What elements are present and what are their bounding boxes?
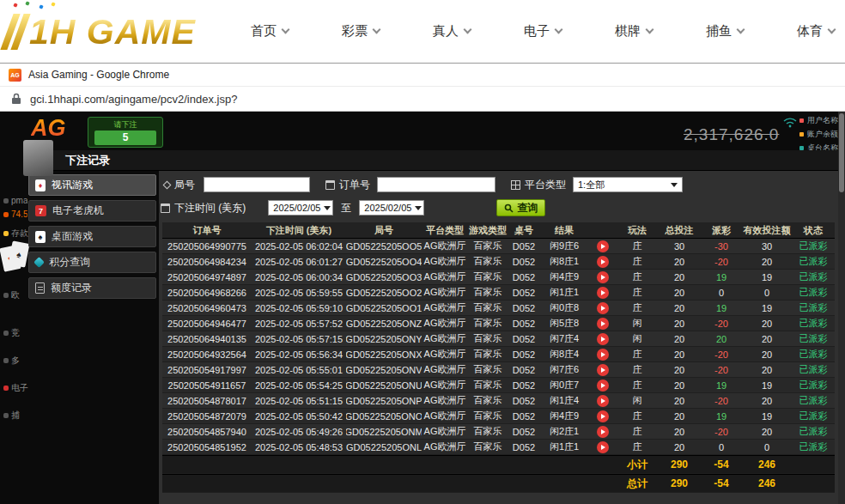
- cell-order-no: 250205054857940: [162, 424, 252, 439]
- scrollbar[interactable]: [838, 112, 845, 504]
- cell-status: 已派彩: [793, 254, 834, 269]
- url-text[interactable]: gci.1hhapi.com/agingame/pcv2/index.jsp?: [30, 93, 237, 106]
- cell-play: 闲: [617, 316, 657, 331]
- confetti-icon: [51, 2, 55, 6]
- cell-bet-time: 2025-02-05 05:56:34: [252, 347, 346, 361]
- sidebar-item-table-games[interactable]: 桌面游戏: [28, 226, 156, 247]
- round-no-input[interactable]: [204, 178, 309, 191]
- nav-item[interactable]: 彩票: [342, 23, 380, 39]
- cell-play: 庄: [617, 347, 657, 361]
- bg-item-europe: 欧: [3, 289, 20, 301]
- header-total-bet: 总投注: [657, 222, 702, 238]
- nav-item-label: 体育: [797, 23, 823, 39]
- replay-button[interactable]: [597, 410, 609, 422]
- cell-round-no: GD05225205ONO: [346, 409, 422, 423]
- cell-order-no: 250205064990775: [162, 239, 252, 253]
- nav-item[interactable]: 棋牌: [615, 23, 653, 39]
- header-payout: 派彩: [702, 222, 741, 238]
- lock-icon: [11, 93, 21, 105]
- cell-bet-time: 2025-02-05 05:59:55: [252, 285, 346, 300]
- cell-status: 已派彩: [793, 409, 834, 423]
- cell-game-type: 百家乐: [468, 285, 508, 300]
- cell-payout: -20: [702, 424, 741, 439]
- replay-button[interactable]: [597, 287, 609, 299]
- subtotal-table-no: [508, 456, 540, 473]
- grand-total-play: 总计: [617, 475, 657, 492]
- nav-item[interactable]: 首页: [251, 23, 289, 39]
- bg-item-compete: 竞: [3, 327, 20, 339]
- site-logo[interactable]: 1H GAME: [7, 7, 196, 57]
- order-icon: [325, 180, 335, 190]
- sidebar-item-slots[interactable]: 电子老虎机: [28, 200, 156, 222]
- nav-item[interactable]: 捕鱼: [706, 23, 744, 39]
- replay-button[interactable]: [597, 349, 609, 361]
- nav-item[interactable]: 电子: [524, 23, 562, 39]
- grand-total-bet-time: [252, 475, 346, 492]
- cell-round-no: GD05225205OO5: [346, 239, 422, 253]
- replay-button[interactable]: [597, 318, 609, 330]
- date-to-select[interactable]: 2025/02/05: [359, 200, 424, 216]
- calendar-icon: [161, 203, 170, 213]
- order-no-input[interactable]: [378, 178, 495, 191]
- cell-order-no: 250205064932564: [162, 347, 252, 361]
- nav-item[interactable]: 体育: [797, 23, 835, 39]
- logo-text: 1H GAME: [29, 12, 196, 52]
- cell-total-bet: 20: [657, 347, 702, 361]
- cell-play: 庄: [617, 270, 657, 284]
- replay-button[interactable]: [597, 380, 609, 392]
- cell-payout: 0: [702, 285, 741, 300]
- sidebar-item-quota-records[interactable]: 额度记录: [28, 277, 156, 299]
- cell-status: 已派彩: [793, 301, 834, 315]
- replay-button[interactable]: [597, 333, 609, 345]
- nav-item-label: 棋牌: [615, 23, 641, 39]
- chevron-down-icon: [828, 26, 836, 34]
- subtotal-round-no: [346, 456, 422, 473]
- table-row: 2502050548519522025-02-05 05:48:53GD0522…: [162, 440, 835, 455]
- date-from-select[interactable]: 2025/02/05: [268, 200, 333, 216]
- replay-button[interactable]: [597, 395, 609, 407]
- cell-status: 已派彩: [793, 362, 834, 377]
- cell-valid-bet: 30: [741, 239, 793, 253]
- grand-total-platform: [422, 475, 468, 492]
- sidebar-item-video-games[interactable]: 视讯游戏: [28, 174, 156, 196]
- cell-table-no: D052: [508, 331, 540, 346]
- replay-button[interactable]: [597, 271, 609, 283]
- replay-button[interactable]: [597, 240, 609, 252]
- nav-item[interactable]: 真人: [433, 23, 471, 39]
- bg-item-rate: 74.5: [3, 209, 27, 219]
- platform-select[interactable]: 1:全部: [573, 177, 683, 192]
- replay-button[interactable]: [597, 441, 609, 453]
- platform-type-label-wrap: 平台类型: [511, 178, 566, 192]
- doc-icon: [35, 282, 45, 294]
- caret-down-icon: [324, 206, 331, 210]
- cell-total-bet: 20: [657, 378, 702, 392]
- chevron-down-icon: [646, 26, 654, 34]
- cell-game-type: 百家乐: [468, 347, 508, 361]
- play-icon: [601, 290, 605, 295]
- nav-item-label: 首页: [251, 23, 277, 39]
- cell-result: 闲0庄8: [540, 301, 588, 315]
- cell-total-bet: 30: [657, 239, 702, 253]
- round-no-input-wrap: [204, 177, 310, 192]
- replay-button[interactable]: [597, 302, 609, 314]
- cell-replay: [588, 316, 617, 331]
- search-button-label: 查询: [517, 201, 538, 216]
- cell-platform: AG欧洲厅: [422, 270, 468, 284]
- cell-status: 已派彩: [793, 316, 834, 331]
- search-button[interactable]: 查询: [496, 199, 545, 216]
- cell-result: 闲8庄1: [540, 254, 588, 269]
- chrome-addressbar[interactable]: gci.1hhapi.com/agingame/pcv2/index.jsp?: [0, 86, 845, 112]
- cell-game-type: 百家乐: [468, 424, 508, 439]
- replay-button[interactable]: [597, 364, 609, 376]
- avatar[interactable]: [23, 140, 53, 176]
- cell-valid-bet: 19: [741, 378, 793, 392]
- sidebar-item-points-inquiry[interactable]: 积分查询: [28, 252, 156, 273]
- cell-game-type: 百家乐: [468, 301, 508, 315]
- logo-slashes-icon: [0, 14, 30, 50]
- cell-game-type: 百家乐: [468, 270, 508, 284]
- balance-amount: 2,317,626.0: [684, 125, 779, 144]
- cell-status: 已派彩: [793, 393, 834, 408]
- replay-button[interactable]: [597, 426, 609, 438]
- scrollbar-thumb[interactable]: [839, 113, 844, 192]
- replay-button[interactable]: [597, 256, 609, 268]
